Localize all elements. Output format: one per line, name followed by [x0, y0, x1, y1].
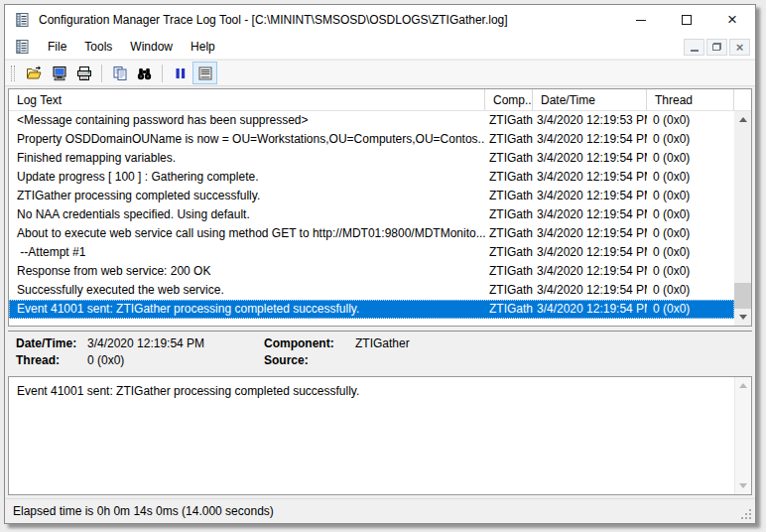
scrollbar-track[interactable]	[734, 128, 751, 309]
scroll-down-button[interactable]	[734, 309, 751, 326]
log-text-cell: Successfully executed the web service.	[9, 281, 485, 300]
log-row[interactable]: --Attempt #1 ZTIGathe 3/4/2020 12:19:54 …	[9, 243, 734, 262]
mdi-restore-button[interactable]	[706, 39, 727, 56]
open-folder-icon	[26, 66, 43, 81]
detail-pane-icon	[197, 66, 213, 81]
mdi-close-icon: ×	[736, 41, 744, 54]
titlebar[interactable]: Configuration Manager Trace Log Tool - […	[5, 5, 755, 35]
minimize-button[interactable]	[618, 5, 664, 35]
detail-fields-panel: Date/Time: 3/4/2020 12:19:54 PM Componen…	[8, 331, 752, 376]
column-header-component[interactable]: Comp...	[485, 89, 533, 110]
datetime-cell: 3/4/2020 12:19:54 PM	[533, 187, 647, 205]
datetime-cell: 3/4/2020 12:19:54 PM	[533, 262, 647, 281]
mdi-minimize-icon	[691, 50, 699, 52]
find-button[interactable]	[132, 62, 157, 84]
detail-message-box: Event 41001 sent: ZTIGather processing c…	[8, 376, 752, 495]
pause-icon	[173, 66, 189, 81]
mdi-restore-icon	[712, 43, 721, 51]
log-text-cell: ZTIGather processing completed successfu…	[9, 187, 485, 205]
log-row[interactable]: Response from web service: 200 OK ZTIGat…	[9, 262, 734, 281]
view-detail-button[interactable]	[192, 62, 217, 84]
column-header-log-text[interactable]: Log Text	[9, 89, 485, 110]
message-scroll-down-button[interactable]	[735, 477, 751, 494]
print-button[interactable]	[71, 62, 96, 84]
mdi-document-icon[interactable]	[14, 39, 30, 55]
scroll-up-button[interactable]	[734, 111, 751, 128]
message-vertical-scrollbar[interactable]	[734, 377, 751, 494]
resize-grip-icon[interactable]	[741, 509, 752, 520]
datetime-cell: 3/4/2020 12:19:54 PM	[533, 224, 647, 243]
datetime-cell: 3/4/2020 12:19:54 PM	[533, 243, 647, 262]
copy-icon	[112, 66, 128, 81]
close-button[interactable]: ×	[709, 5, 755, 35]
datetime-cell: 3/4/2020 12:19:54 PM	[533, 168, 647, 187]
detail-thread-label: Thread:	[16, 353, 87, 367]
scroll-up-icon	[739, 117, 747, 122]
datetime-cell: 3/4/2020 12:19:54 PM	[533, 300, 647, 319]
thread-cell: 0 (0x0)	[647, 111, 734, 130]
column-header-datetime[interactable]: Date/Time	[533, 89, 647, 110]
list-vertical-scrollbar[interactable]	[734, 111, 751, 326]
detail-datetime-label: Date/Time:	[16, 336, 87, 350]
log-row[interactable]: Update progress [ 100 ] : Gathering comp…	[9, 168, 734, 187]
thread-cell: 0 (0x0)	[647, 262, 734, 281]
log-row[interactable]: No NAA credentials specified. Using defa…	[9, 205, 734, 224]
log-row[interactable]: Finished remapping variables. ZTIGathe 3…	[9, 149, 734, 168]
datetime-cell: 3/4/2020 12:19:54 PM	[533, 149, 647, 168]
scrollbar-thumb[interactable]	[734, 283, 751, 309]
maximize-icon	[682, 15, 692, 25]
scroll-up-icon	[739, 383, 747, 388]
log-row[interactable]: Event 41001 sent: ZTIGather processing c…	[9, 300, 734, 319]
thread-cell: 0 (0x0)	[647, 300, 734, 319]
pause-button[interactable]	[168, 62, 192, 84]
window-title: Configuration Manager Trace Log Tool - […	[39, 13, 618, 27]
log-text-cell: Event 41001 sent: ZTIGather processing c…	[9, 300, 485, 319]
message-scroll-up-button[interactable]	[735, 377, 751, 394]
scroll-down-icon	[739, 315, 747, 320]
log-text-cell: --Attempt #1	[9, 243, 485, 262]
mdi-minimize-button[interactable]	[684, 39, 704, 56]
detail-source-label: Source:	[264, 353, 355, 367]
mdi-close-button[interactable]: ×	[729, 39, 750, 56]
toolbar-separator	[101, 65, 102, 82]
toolbar-separator	[162, 65, 163, 82]
column-header-filler	[734, 89, 751, 110]
maximize-button[interactable]	[664, 5, 709, 35]
log-row[interactable]: About to execute web service call using …	[9, 224, 734, 243]
datetime-cell: 3/4/2020 12:19:53 PM	[533, 111, 647, 130]
open-file-button[interactable]	[22, 62, 47, 84]
log-row[interactable]: Successfully executed the web service. Z…	[9, 281, 734, 300]
component-cell: ZTIGathe	[485, 224, 533, 243]
log-list-panel: Log Text Comp... Date/Time Thread <Messa…	[8, 88, 752, 327]
menu-file[interactable]: File	[39, 37, 75, 57]
thread-cell: 0 (0x0)	[647, 149, 734, 168]
scroll-down-icon	[739, 483, 747, 488]
app-icon	[14, 12, 30, 28]
menu-tools[interactable]: Tools	[75, 37, 121, 57]
detail-thread-value: 0 (0x0)	[87, 353, 264, 367]
component-cell: ZTIGathe	[485, 300, 533, 319]
thread-cell: 0 (0x0)	[647, 243, 734, 262]
datetime-cell: 3/4/2020 12:19:54 PM	[533, 130, 647, 149]
component-cell: ZTIGathe	[485, 149, 533, 168]
component-cell: ZTIGathe	[485, 187, 533, 205]
component-cell: ZTIGathe	[485, 205, 533, 224]
menu-help[interactable]: Help	[182, 37, 224, 57]
component-cell: ZTIGathe	[485, 262, 533, 281]
log-row[interactable]: ZTIGather processing completed successfu…	[9, 187, 734, 205]
elapsed-time-text: Elapsed time is 0h 0m 14s 0ms (14.000 se…	[13, 504, 274, 518]
log-text-cell: Update progress [ 100 ] : Gathering comp…	[9, 168, 485, 187]
log-row[interactable]: Property OSDDomainOUName is now = OU=Wor…	[9, 130, 734, 149]
detail-datetime-value: 3/4/2020 12:19:54 PM	[87, 336, 264, 350]
detail-source-value	[355, 353, 744, 367]
column-header-thread[interactable]: Thread	[647, 89, 734, 110]
datetime-cell: 3/4/2020 12:19:54 PM	[533, 281, 647, 300]
log-row[interactable]: <Message containing password has been su…	[9, 111, 734, 130]
minimize-icon	[636, 20, 646, 21]
toolbar-grip[interactable]	[11, 66, 15, 81]
close-icon: ×	[727, 15, 737, 25]
copy-button[interactable]	[107, 62, 132, 84]
log-text-cell: No NAA credentials specified. Using defa…	[9, 205, 485, 224]
open-remote-computer-button[interactable]	[47, 62, 71, 84]
menu-window[interactable]: Window	[121, 37, 182, 57]
